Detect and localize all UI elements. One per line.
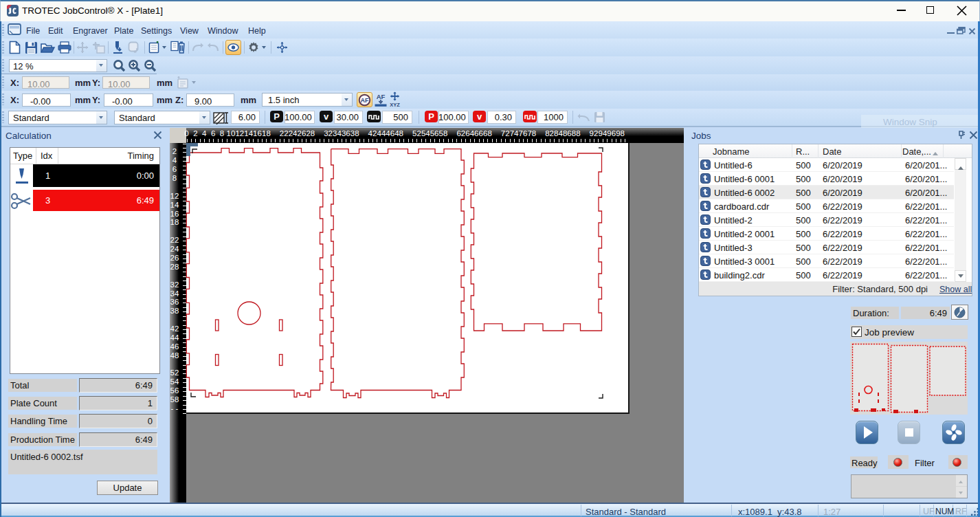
svg-text:XYZ: XYZ	[390, 102, 400, 107]
svg-text:AF: AF	[361, 97, 369, 104]
svg-text:AF: AF	[377, 93, 386, 100]
